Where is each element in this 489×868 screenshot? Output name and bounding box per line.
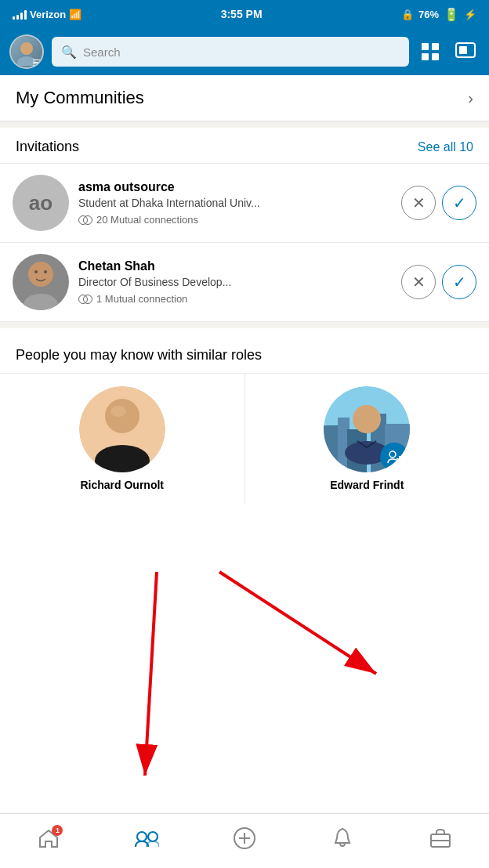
svg-line-30 [145,572,157,776]
mutual-count-1: 20 Mutual connections [96,214,198,226]
search-bar[interactable]: 🔍 Search [52,37,409,67]
svg-rect-3 [432,43,439,50]
svg-point-26 [389,451,396,458]
wifi-icon: 📶 [69,9,82,20]
svg-point-0 [20,42,33,55]
pymk-title: People you may know with similar roles [16,347,262,363]
nav-network[interactable] [98,814,196,868]
charging-icon: ⚡ [464,9,476,20]
invitation-avatar-2 [13,254,69,310]
mutual-count-2: 1 Mutual connection [96,293,187,305]
pymk-cards: Richard Ournolt [0,374,489,504]
invitation-actions-1: ✕ ✓ [401,186,476,220]
status-left: Verizon 📶 [13,9,82,20]
main-content: My Communities › Invitations See all 10 … [0,75,489,559]
bell-icon [332,827,353,855]
invitation-title-2: Director Of Business Develop... [78,275,392,291]
svg-rect-4 [422,53,429,60]
pymk-avatar-2 [324,386,410,472]
mutual-icon-1 [78,215,92,225]
invitation-title-1: Student at Dhaka International Univ... [78,196,392,212]
invitation-initials-1: ao [29,191,53,215]
section-divider-1 [0,121,489,128]
pymk-card-2: Edward Frindt [245,374,490,504]
status-bar: Verizon 📶 3:55 PM 🔒 76% 🔋 ⚡ [0,0,489,28]
profile-avatar-button[interactable] [9,34,44,69]
pymk-name-1: Richard Ournolt [80,479,164,491]
invitation-name-1: asma outsource [78,180,392,194]
status-right: 🔒 76% 🔋 ⚡ [401,7,476,22]
invitations-label: Invitations [16,139,79,155]
menu-lines [33,60,41,67]
accept-button-1[interactable]: ✓ [442,186,476,220]
pymk-card-1: Richard Ournolt [0,374,245,504]
add-connection-button-2[interactable] [380,443,408,471]
app-header: 🔍 Search [0,28,489,75]
svg-point-11 [24,294,58,310]
svg-rect-5 [432,53,439,60]
carrier-label: Verizon [30,9,66,20]
bottom-navigation: 1 [0,813,489,868]
accept-button-2[interactable]: ✓ [442,265,476,299]
nav-jobs[interactable] [391,814,489,868]
decline-button-2[interactable]: ✕ [401,265,436,299]
svg-line-31 [219,572,376,674]
pymk-avatar-1 [79,386,165,472]
nav-post[interactable] [196,814,294,868]
nav-notifications[interactable] [293,814,391,868]
message-icon-button[interactable] [451,38,480,65]
signal-icon [13,9,27,20]
my-communities-row[interactable]: My Communities › [0,75,489,121]
invitation-actions-2: ✕ ✓ [401,265,476,299]
svg-rect-2 [422,43,429,50]
network-icon [134,828,159,854]
svg-point-33 [148,832,158,841]
battery-icon: 🔋 [444,7,459,22]
svg-point-12 [34,270,38,273]
pymk-section: People you may know with similar roles [0,335,489,504]
search-icon: 🔍 [61,45,77,60]
invitation-mutual-2: 1 Mutual connection [78,293,392,305]
post-icon [233,826,256,855]
invitation-card-2: Chetan Shah Director Of Business Develop… [0,243,489,322]
invitation-avatar-1: ao [13,175,69,231]
home-badge: 1 [52,825,63,836]
nav-home[interactable]: 1 [0,814,98,868]
mutual-icon-2 [78,295,92,304]
svg-point-24 [353,405,381,433]
invitation-card-1: ao asma outsource Student at Dhaka Inter… [0,164,489,243]
battery-label: 76% [418,9,439,20]
section-divider-2 [0,322,489,328]
invitations-section: Invitations See all 10 ao asma outsource… [0,128,489,322]
search-placeholder: Search [83,45,121,59]
invitation-mutual-1: 20 Mutual connections [78,214,392,226]
svg-point-32 [137,832,147,841]
my-communities-title: My Communities [16,88,144,108]
invitation-info-2: Chetan Shah Director Of Business Develop… [78,259,392,306]
grid-icon-button[interactable] [417,38,444,65]
invitation-name-2: Chetan Shah [78,259,392,273]
see-all-button[interactable]: See all 10 [418,140,473,154]
chevron-right-icon: › [468,89,473,107]
svg-point-10 [28,262,53,287]
home-icon: 1 [38,828,60,854]
briefcase-icon [429,828,451,854]
lock-icon: 🔒 [401,9,414,20]
pymk-header: People you may know with similar roles [0,335,489,374]
status-time: 3:55 PM [221,8,263,20]
pymk-name-2: Edward Frindt [330,479,404,491]
svg-point-17 [110,406,126,417]
decline-button-1[interactable]: ✕ [401,186,436,220]
svg-point-13 [44,270,47,273]
svg-rect-19 [324,425,339,472]
invitations-header: Invitations See all 10 [0,128,489,164]
invitation-info-1: asma outsource Student at Dhaka Internat… [78,180,392,226]
